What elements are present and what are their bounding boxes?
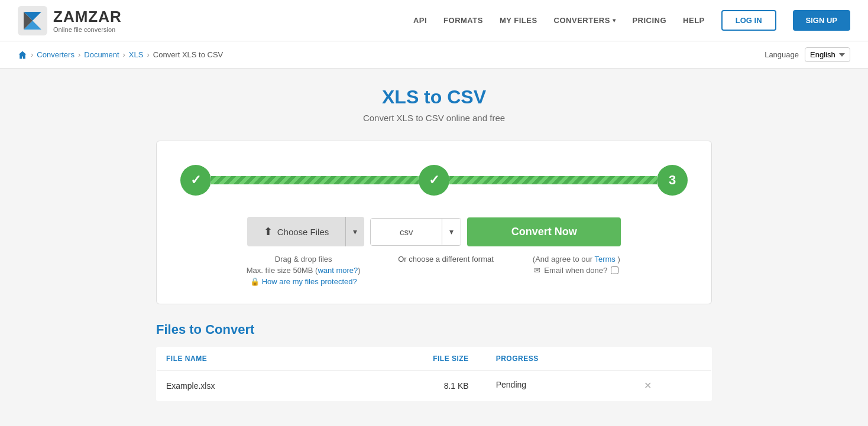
steps-row: ✓ ✓ 3 (180, 165, 688, 196)
format-subinfo: Or choose a different format (398, 255, 494, 264)
nav-pricing[interactable]: PRICING (632, 16, 666, 25)
language-label: Language (765, 50, 799, 59)
nav-formats[interactable]: FORMATS (443, 16, 483, 25)
main-content: XLS to CSV Convert XLS to CSV online and… (0, 69, 868, 419)
choose-files-dropdown-button[interactable]: ▾ (345, 217, 364, 246)
breadcrumb-sep-1: › (31, 50, 33, 59)
breadcrumb-xls-link[interactable]: XLS (129, 50, 144, 59)
files-section: Files to Convert FILE NAME FILE SIZE PRO… (156, 322, 712, 401)
convert-now-button[interactable]: Convert Now (467, 217, 621, 246)
breadcrumb-current: Convert XLS to CSV (153, 50, 224, 59)
col-filesize-header: FILE SIZE (335, 347, 478, 370)
agree-text: (And agree to our Terms ) (533, 255, 620, 264)
format-dropdown-button[interactable]: ▾ (442, 219, 461, 245)
converter-box: ✓ ✓ 3 ⬆ Choose Files ▾ csv (156, 141, 712, 304)
email-row: ✉ Email when done? (534, 266, 618, 275)
remove-file-button[interactable]: ✕ (644, 380, 652, 391)
protected-link[interactable]: 🔒 How are my files protected? (250, 277, 357, 286)
table-row: Example.xlsx 8.1 KB Pending ✕ (157, 370, 712, 401)
sub-labels-row: Drag & drop files Max. file size 50MB (w… (180, 255, 688, 286)
format-value: csv (371, 219, 442, 245)
nav-converters[interactable]: CONVERTERS ▾ (554, 16, 616, 25)
format-selector: csv ▾ (370, 218, 461, 246)
step-line-1 (211, 176, 419, 184)
breadcrumb-document-link[interactable]: Document (84, 50, 119, 59)
step-2-circle: ✓ (419, 165, 449, 196)
files-table-body: Example.xlsx 8.1 KB Pending ✕ (157, 370, 712, 401)
step-1-circle: ✓ (180, 165, 211, 196)
drag-text: Drag & drop files (275, 255, 332, 264)
home-icon (18, 50, 27, 60)
breadcrumb-home-link[interactable] (18, 50, 27, 60)
col-actions-header (661, 347, 711, 370)
main-nav: API FORMATS MY FILES CONVERTERS ▾ PRICIN… (413, 10, 850, 31)
or-format-text: Or choose a different format (398, 255, 494, 264)
want-more-link[interactable]: want more? (318, 266, 358, 275)
zamzar-logo-icon (18, 6, 47, 35)
breadcrumb-bar: › Converters › Document › XLS › Convert … (0, 41, 868, 69)
file-progress-cell: Pending ✕ (478, 370, 662, 401)
step-2-checkmark: ✓ (429, 173, 439, 188)
lock-icon: 🔒 (250, 277, 260, 286)
language-select[interactable]: English (805, 47, 850, 62)
files-table: FILE NAME FILE SIZE PROGRESS Example.xls… (156, 347, 712, 401)
files-heading-convert: Convert (205, 322, 254, 337)
file-size-cell: 8.1 KB (335, 370, 478, 401)
page-subtitle: Convert XLS to CSV online and free (12, 113, 856, 123)
step-1-checkmark: ✓ (190, 173, 201, 188)
logo-name: ZAMZAR (53, 8, 122, 26)
actions-row: ⬆ Choose Files ▾ csv ▾ Convert Now (180, 217, 688, 246)
max-size-text: Max. file size 50MB (want more?) (247, 266, 361, 275)
breadcrumb-sep-4: › (147, 50, 149, 59)
terms-link[interactable]: Terms (594, 255, 615, 264)
breadcrumb-converters-link[interactable]: Converters (37, 50, 75, 59)
breadcrumb-sep-2: › (78, 50, 80, 59)
login-button[interactable]: LOG IN (721, 10, 776, 31)
choose-files-label: Choose Files (277, 227, 329, 237)
step-line-2 (449, 176, 657, 184)
header: ZAMZAR Online file conversion API FORMAT… (0, 0, 868, 41)
convert-subinfo: (And agree to our Terms ) ✉ Email when d… (500, 255, 653, 275)
file-name-cell: Example.xlsx (157, 370, 335, 401)
choose-files-subinfo: Drag & drop files Max. file size 50MB (w… (215, 255, 392, 286)
breadcrumb-sep-3: › (123, 50, 125, 59)
choose-files-group: ⬆ Choose Files ▾ (247, 217, 365, 246)
email-label: Email when done? (544, 266, 607, 275)
language-section: Language English (765, 47, 850, 62)
step-3-label: 3 (669, 173, 676, 188)
page-title: XLS to CSV (12, 86, 856, 108)
email-checkbox[interactable] (611, 266, 618, 274)
step-3-circle: 3 (657, 165, 688, 196)
nav-my-files[interactable]: MY FILES (500, 16, 537, 25)
logo-link[interactable]: ZAMZAR Online file conversion (18, 6, 122, 35)
breadcrumb: › Converters › Document › XLS › Convert … (18, 50, 223, 60)
col-progress-header: PROGRESS (478, 347, 662, 370)
email-icon: ✉ (534, 266, 540, 275)
upload-icon: ⬆ (264, 225, 273, 238)
logo-tagline: Online file conversion (53, 26, 122, 33)
converters-caret-icon: ▾ (613, 17, 616, 24)
files-heading: Files to Convert (156, 322, 712, 337)
files-table-header: FILE NAME FILE SIZE PROGRESS (157, 347, 712, 370)
nav-help[interactable]: HELP (683, 16, 705, 25)
col-filename-header: FILE NAME (157, 347, 335, 370)
nav-api[interactable]: API (413, 16, 427, 25)
choose-files-button[interactable]: ⬆ Choose Files (247, 217, 346, 246)
signup-button[interactable]: SIGN UP (793, 10, 850, 31)
